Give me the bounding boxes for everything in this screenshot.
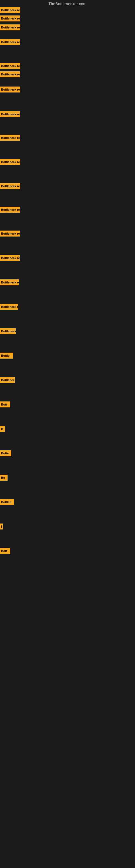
bottleneck-bar-container-19: Bottlenec	[0, 377, 15, 383]
bottleneck-bar-20[interactable]: Bott	[0, 401, 10, 407]
bottleneck-bar-4[interactable]: Bottleneck result	[0, 39, 20, 45]
bottleneck-bar-21[interactable]: B	[0, 426, 5, 432]
bottleneck-bar-container-1: Bottleneck result	[0, 7, 20, 13]
bottleneck-bar-9[interactable]: Bottleneck result	[0, 135, 20, 141]
bottleneck-bar-13[interactable]: Bottleneck result	[0, 230, 20, 237]
bottleneck-bar-8[interactable]: Bottleneck result	[0, 111, 20, 117]
bottleneck-bar-container-21: B	[0, 426, 5, 432]
bottleneck-bar-container-4: Bottleneck result	[0, 39, 20, 45]
bottleneck-bar-container-25: |	[0, 524, 3, 529]
bottleneck-bar-15[interactable]: Bottleneck resu	[0, 279, 19, 285]
bottleneck-bar-container-14: Bottleneck resu	[0, 255, 20, 261]
bottleneck-bar-11[interactable]: Bottleneck result	[0, 183, 20, 189]
bottleneck-bar-container-17: Bottleneck	[0, 328, 16, 334]
bottleneck-bar-container-8: Bottleneck result	[0, 111, 20, 117]
bottleneck-bar-5[interactable]: Bottleneck result	[0, 63, 20, 69]
bottleneck-bar-container-15: Bottleneck resu	[0, 279, 19, 285]
bottleneck-bar-container-10: Bottleneck result	[0, 159, 20, 165]
bottleneck-bar-7[interactable]: Bottleneck result	[0, 87, 20, 93]
bottleneck-bar-container-6: Bottleneck result	[0, 71, 20, 77]
bottleneck-bar-container-9: Bottleneck result	[0, 135, 20, 141]
site-title: TheBottlenecker.com	[0, 0, 135, 8]
bottleneck-bar-3[interactable]: Bottleneck result	[0, 24, 20, 30]
bottleneck-bar-1[interactable]: Bottleneck result	[0, 7, 20, 13]
bottleneck-bar-container-18: Bottle	[0, 352, 13, 359]
bottleneck-bar-container-2: Bottleneck result	[0, 16, 20, 22]
bottleneck-bar-22[interactable]: Botte	[0, 450, 11, 456]
bottleneck-bar-23[interactable]: Bo	[0, 475, 8, 480]
bottleneck-bar-24[interactable]: Bottlen	[0, 499, 14, 505]
bottleneck-bar-container-16: Bottleneck resu	[0, 304, 18, 310]
bottleneck-bar-25[interactable]: |	[0, 524, 3, 529]
bottleneck-bar-container-22: Botte	[0, 450, 11, 456]
bottleneck-bar-container-24: Bottlen	[0, 499, 14, 505]
bottleneck-bar-10[interactable]: Bottleneck result	[0, 159, 20, 165]
bottleneck-bar-17[interactable]: Bottleneck	[0, 328, 16, 334]
bottleneck-bar-container-20: Bott	[0, 401, 10, 407]
bottleneck-bar-6[interactable]: Bottleneck result	[0, 71, 20, 77]
bottleneck-bar-16[interactable]: Bottleneck resu	[0, 304, 18, 310]
bottleneck-bar-26[interactable]: Bott	[0, 548, 10, 554]
bottleneck-bar-container-12: Bottleneck result	[0, 207, 20, 213]
bottleneck-bar-2[interactable]: Bottleneck result	[0, 16, 20, 22]
bottleneck-bar-18[interactable]: Bottle	[0, 352, 13, 359]
bottleneck-bar-container-7: Bottleneck result	[0, 87, 20, 93]
bottleneck-bar-19[interactable]: Bottlenec	[0, 377, 15, 383]
bottleneck-bar-container-13: Bottleneck result	[0, 230, 20, 237]
bottleneck-bar-container-23: Bo	[0, 475, 8, 480]
bottleneck-bar-container-5: Bottleneck result	[0, 63, 20, 69]
bottleneck-bar-14[interactable]: Bottleneck resu	[0, 255, 20, 261]
bottleneck-bar-container-26: Bott	[0, 548, 10, 554]
bottleneck-bar-container-3: Bottleneck result	[0, 24, 20, 30]
bottleneck-bar-12[interactable]: Bottleneck result	[0, 207, 20, 213]
bottleneck-bar-container-11: Bottleneck result	[0, 183, 20, 189]
